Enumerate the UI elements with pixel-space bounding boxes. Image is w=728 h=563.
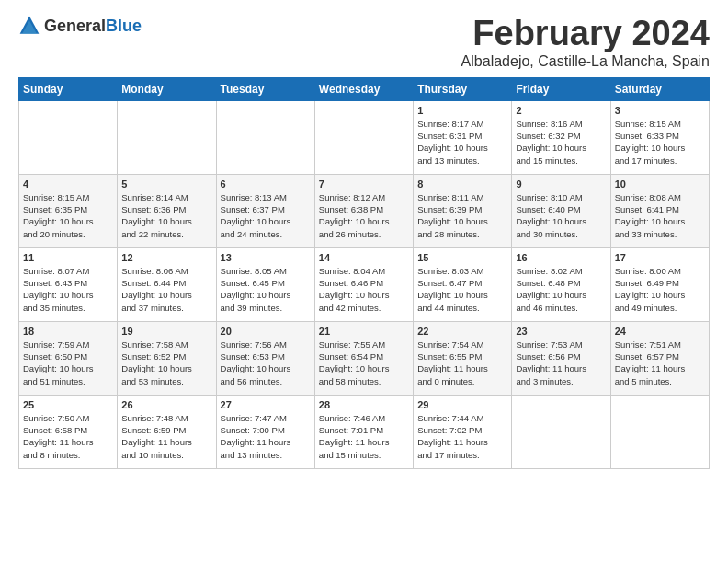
day-info: Sunrise: 8:00 AM Sunset: 6:49 PM Dayligh…	[615, 265, 705, 314]
day-info: Sunrise: 8:14 AM Sunset: 6:36 PM Dayligh…	[121, 191, 211, 240]
day-number: 19	[121, 326, 211, 337]
title-area: February 2024 Albaladejo, Castille-La Ma…	[461, 15, 710, 70]
day-number: 9	[516, 178, 606, 190]
day-number: 16	[516, 252, 606, 263]
day-info: Sunrise: 7:53 AM Sunset: 6:56 PM Dayligh…	[516, 339, 606, 387]
day-number: 3	[615, 105, 705, 116]
day-info: Sunrise: 8:08 AM Sunset: 6:41 PM Dayligh…	[615, 191, 705, 240]
day-number: 18	[23, 326, 113, 337]
calendar-cell: 9Sunrise: 8:10 AM Sunset: 6:40 PM Daylig…	[512, 174, 610, 247]
day-number: 28	[319, 399, 409, 410]
day-info: Sunrise: 7:56 AM Sunset: 6:53 PM Dayligh…	[221, 339, 311, 387]
calendar-cell: 21Sunrise: 7:55 AM Sunset: 6:54 PM Dayli…	[314, 321, 413, 395]
calendar-cell	[314, 100, 413, 174]
calendar-cell: 26Sunrise: 7:48 AM Sunset: 6:59 PM Dayli…	[118, 395, 216, 468]
calendar-cell: 18Sunrise: 7:59 AM Sunset: 6:50 PM Dayli…	[19, 321, 118, 395]
day-info: Sunrise: 8:12 AM Sunset: 6:38 PM Dayligh…	[319, 191, 409, 240]
calendar-week-row: 25Sunrise: 7:50 AM Sunset: 6:58 PM Dayli…	[19, 395, 710, 468]
calendar-cell: 4Sunrise: 8:15 AM Sunset: 6:35 PM Daylig…	[19, 174, 118, 247]
day-number: 12	[121, 252, 211, 263]
day-info: Sunrise: 8:13 AM Sunset: 6:37 PM Dayligh…	[221, 191, 311, 240]
day-number: 2	[516, 105, 606, 116]
day-info: Sunrise: 8:05 AM Sunset: 6:45 PM Dayligh…	[221, 265, 311, 314]
day-info: Sunrise: 8:10 AM Sunset: 6:40 PM Dayligh…	[516, 191, 606, 240]
day-info: Sunrise: 8:02 AM Sunset: 6:48 PM Dayligh…	[516, 265, 606, 314]
calendar-cell: 23Sunrise: 7:53 AM Sunset: 6:56 PM Dayli…	[512, 321, 610, 395]
calendar-cell: 2Sunrise: 8:16 AM Sunset: 6:32 PM Daylig…	[512, 100, 610, 174]
day-info: Sunrise: 8:07 AM Sunset: 6:43 PM Dayligh…	[23, 265, 113, 314]
calendar-cell	[610, 395, 709, 468]
day-info: Sunrise: 8:16 AM Sunset: 6:32 PM Dayligh…	[516, 118, 606, 167]
calendar-cell: 24Sunrise: 7:51 AM Sunset: 6:57 PM Dayli…	[610, 321, 709, 395]
month-title: February 2024	[461, 15, 710, 53]
calendar-cell: 5Sunrise: 8:14 AM Sunset: 6:36 PM Daylig…	[118, 174, 216, 247]
day-number: 22	[417, 326, 507, 337]
calendar-cell	[19, 100, 118, 174]
day-info: Sunrise: 7:58 AM Sunset: 6:52 PM Dayligh…	[121, 339, 211, 387]
day-info: Sunrise: 8:15 AM Sunset: 6:33 PM Dayligh…	[615, 118, 705, 167]
day-number: 24	[615, 326, 705, 337]
calendar-cell	[216, 100, 314, 174]
calendar-cell: 7Sunrise: 8:12 AM Sunset: 6:38 PM Daylig…	[314, 174, 413, 247]
day-info: Sunrise: 8:17 AM Sunset: 6:31 PM Dayligh…	[417, 118, 507, 167]
day-number: 17	[615, 252, 705, 263]
day-number: 14	[319, 252, 409, 263]
calendar-cell: 3Sunrise: 8:15 AM Sunset: 6:33 PM Daylig…	[610, 100, 709, 174]
calendar-cell: 8Sunrise: 8:11 AM Sunset: 6:39 PM Daylig…	[414, 174, 512, 247]
calendar-header-row: SundayMondayTuesdayWednesdayThursdayFrid…	[19, 77, 710, 100]
calendar-cell: 1Sunrise: 8:17 AM Sunset: 6:31 PM Daylig…	[414, 100, 512, 174]
day-number: 4	[23, 178, 113, 190]
calendar-body: 1Sunrise: 8:17 AM Sunset: 6:31 PM Daylig…	[19, 100, 710, 468]
day-info: Sunrise: 7:59 AM Sunset: 6:50 PM Dayligh…	[23, 339, 113, 387]
day-number: 7	[319, 178, 409, 190]
day-info: Sunrise: 7:50 AM Sunset: 6:58 PM Dayligh…	[23, 412, 113, 461]
calendar-cell: 15Sunrise: 8:03 AM Sunset: 6:47 PM Dayli…	[414, 247, 512, 321]
calendar-cell	[118, 100, 216, 174]
day-number: 5	[121, 178, 211, 190]
calendar-cell: 11Sunrise: 8:07 AM Sunset: 6:43 PM Dayli…	[19, 247, 118, 321]
day-info: Sunrise: 8:11 AM Sunset: 6:39 PM Dayligh…	[417, 191, 507, 240]
day-info: Sunrise: 7:54 AM Sunset: 6:55 PM Dayligh…	[417, 339, 507, 387]
calendar-cell: 6Sunrise: 8:13 AM Sunset: 6:37 PM Daylig…	[216, 174, 314, 247]
logo-icon	[18, 15, 40, 37]
calendar-week-row: 18Sunrise: 7:59 AM Sunset: 6:50 PM Dayli…	[19, 321, 710, 395]
day-info: Sunrise: 7:48 AM Sunset: 6:59 PM Dayligh…	[121, 412, 211, 461]
calendar-cell: 20Sunrise: 7:56 AM Sunset: 6:53 PM Dayli…	[216, 321, 314, 395]
calendar-cell: 12Sunrise: 8:06 AM Sunset: 6:44 PM Dayli…	[118, 247, 216, 321]
day-number: 25	[23, 399, 113, 410]
day-info: Sunrise: 7:46 AM Sunset: 7:01 PM Dayligh…	[319, 412, 409, 461]
logo-text-blue: Blue	[106, 17, 142, 35]
header-day-monday: Monday	[118, 77, 216, 100]
day-number: 21	[319, 326, 409, 337]
day-number: 10	[615, 178, 705, 190]
calendar-week-row: 4Sunrise: 8:15 AM Sunset: 6:35 PM Daylig…	[19, 174, 710, 247]
day-number: 1	[417, 105, 507, 116]
calendar-cell: 19Sunrise: 7:58 AM Sunset: 6:52 PM Dayli…	[118, 321, 216, 395]
logo: GeneralBlue	[18, 15, 142, 37]
day-info: Sunrise: 7:55 AM Sunset: 6:54 PM Dayligh…	[319, 339, 409, 387]
calendar-cell: 16Sunrise: 8:02 AM Sunset: 6:48 PM Dayli…	[512, 247, 610, 321]
calendar-week-row: 1Sunrise: 8:17 AM Sunset: 6:31 PM Daylig…	[19, 100, 710, 174]
day-number: 11	[23, 252, 113, 263]
calendar-cell	[512, 395, 610, 468]
calendar-cell: 22Sunrise: 7:54 AM Sunset: 6:55 PM Dayli…	[414, 321, 512, 395]
day-info: Sunrise: 8:15 AM Sunset: 6:35 PM Dayligh…	[23, 191, 113, 240]
day-number: 6	[221, 178, 311, 190]
calendar-cell: 13Sunrise: 8:05 AM Sunset: 6:45 PM Dayli…	[216, 247, 314, 321]
page-header: GeneralBlue February 2024 Albaladejo, Ca…	[18, 15, 710, 70]
header-day-tuesday: Tuesday	[216, 77, 314, 100]
calendar-cell: 25Sunrise: 7:50 AM Sunset: 6:58 PM Dayli…	[19, 395, 118, 468]
day-number: 8	[417, 178, 507, 190]
calendar-week-row: 11Sunrise: 8:07 AM Sunset: 6:43 PM Dayli…	[19, 247, 710, 321]
calendar-cell: 27Sunrise: 7:47 AM Sunset: 7:00 PM Dayli…	[216, 395, 314, 468]
day-number: 13	[221, 252, 311, 263]
header-day-sunday: Sunday	[19, 77, 118, 100]
header-day-wednesday: Wednesday	[314, 77, 413, 100]
header-day-saturday: Saturday	[610, 77, 709, 100]
day-info: Sunrise: 8:06 AM Sunset: 6:44 PM Dayligh…	[121, 265, 211, 314]
day-number: 29	[417, 399, 507, 410]
day-number: 23	[516, 326, 606, 337]
day-number: 27	[221, 399, 311, 410]
day-number: 26	[121, 399, 211, 410]
calendar-table: SundayMondayTuesdayWednesdayThursdayFrid…	[18, 77, 710, 469]
